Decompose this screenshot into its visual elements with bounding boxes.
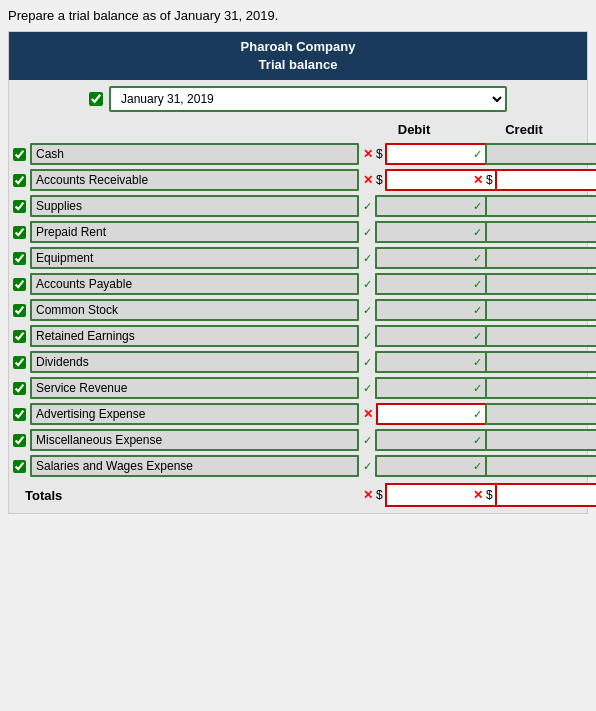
instruction: Prepare a trial balance as of January 31… <box>8 8 588 23</box>
date-row: January 31, 2019 <box>9 80 587 118</box>
credit-x-icon: ✕ <box>473 173 483 187</box>
credit-cell: ✓ <box>469 299 579 321</box>
account-input[interactable] <box>30 169 359 191</box>
date-checkbox[interactable] <box>89 92 103 106</box>
credit-check-icon: ✓ <box>473 434 482 447</box>
account-checkbox[interactable] <box>13 434 26 447</box>
credit-input[interactable] <box>485 247 596 269</box>
table-row: ✓✓ <box>9 271 587 297</box>
account-checkbox[interactable] <box>13 460 26 473</box>
debit-check-icon: ✓ <box>363 330 372 343</box>
debit-check-icon: ✓ <box>363 434 372 447</box>
account-cell <box>9 221 359 243</box>
debit-check-icon: ✓ <box>363 200 372 213</box>
account-checkbox[interactable] <box>13 330 26 343</box>
credit-dollar: $ <box>486 173 493 187</box>
account-input[interactable] <box>30 143 359 165</box>
credit-check-icon: ✓ <box>473 200 482 213</box>
credit-input[interactable] <box>485 299 596 321</box>
table-header: Pharoah Company Trial balance <box>9 32 587 80</box>
account-cell <box>9 143 359 165</box>
account-checkbox[interactable] <box>13 200 26 213</box>
account-input[interactable] <box>30 351 359 373</box>
credit-input[interactable] <box>485 273 596 295</box>
account-input[interactable] <box>30 247 359 269</box>
table-row: ✓✓ <box>9 427 587 453</box>
credit-input[interactable] <box>485 221 596 243</box>
account-checkbox[interactable] <box>13 304 26 317</box>
account-cell <box>9 403 359 425</box>
credit-input[interactable] <box>485 351 596 373</box>
credit-check-icon: ✓ <box>473 460 482 473</box>
debit-cell: ✓ <box>359 221 469 243</box>
debit-cell: ✓ <box>359 195 469 217</box>
debit-cell: ✓ <box>359 273 469 295</box>
account-cell <box>9 351 359 373</box>
credit-input[interactable] <box>485 143 596 165</box>
debit-cell: ✕ <box>359 403 469 425</box>
credit-check-icon: ✓ <box>473 408 482 421</box>
credit-check-icon: ✓ <box>473 252 482 265</box>
table-row: ✕$✓ <box>9 141 587 167</box>
debit-x-icon: ✕ <box>363 407 373 421</box>
totals-debit-cell: ✕ $ <box>359 483 469 507</box>
account-cell <box>9 195 359 217</box>
account-checkbox[interactable] <box>13 356 26 369</box>
totals-debit-dollar: $ <box>376 488 383 502</box>
account-input[interactable] <box>30 377 359 399</box>
table-row: ✓✓ <box>9 375 587 401</box>
credit-input[interactable] <box>485 403 596 425</box>
table-row: ✓✓ <box>9 349 587 375</box>
credit-cell: ✓ <box>469 273 579 295</box>
debit-cell: ✓ <box>359 325 469 347</box>
account-input[interactable] <box>30 299 359 321</box>
debit-x-icon: ✕ <box>363 147 373 161</box>
date-select[interactable]: January 31, 2019 <box>109 86 507 112</box>
account-checkbox[interactable] <box>13 226 26 239</box>
debit-dollar: $ <box>376 147 383 161</box>
debit-check-icon: ✓ <box>363 252 372 265</box>
debit-x-icon: ✕ <box>363 173 373 187</box>
credit-check-icon: ✓ <box>473 382 482 395</box>
account-checkbox[interactable] <box>13 278 26 291</box>
credit-check-icon: ✓ <box>473 304 482 317</box>
account-input[interactable] <box>30 273 359 295</box>
credit-input[interactable] <box>485 455 596 477</box>
credit-cell: ✓ <box>469 221 579 243</box>
credit-input[interactable] <box>495 169 596 191</box>
account-input[interactable] <box>30 429 359 451</box>
account-input[interactable] <box>30 455 359 477</box>
account-input[interactable] <box>30 221 359 243</box>
credit-input[interactable] <box>485 195 596 217</box>
table-row: ✓✓ <box>9 453 587 479</box>
account-checkbox[interactable] <box>13 174 26 187</box>
debit-cell: ✓ <box>359 455 469 477</box>
totals-credit-x-icon: ✕ <box>473 488 483 502</box>
account-checkbox[interactable] <box>13 382 26 395</box>
credit-input[interactable] <box>485 325 596 347</box>
account-checkbox[interactable] <box>13 252 26 265</box>
table-row: ✓✓ <box>9 193 587 219</box>
account-input[interactable] <box>30 325 359 347</box>
table-row: ✓✓ <box>9 323 587 349</box>
account-checkbox[interactable] <box>13 408 26 421</box>
account-input[interactable] <box>30 403 359 425</box>
table-row: ✕$✕$ <box>9 167 587 193</box>
table-row: ✓✓ <box>9 245 587 271</box>
credit-input[interactable] <box>485 377 596 399</box>
totals-credit-input[interactable] <box>495 483 596 507</box>
debit-check-icon: ✓ <box>363 304 372 317</box>
account-cell <box>9 429 359 451</box>
credit-check-icon: ✓ <box>473 148 482 161</box>
column-headers: Debit Credit <box>9 118 587 141</box>
debit-cell: ✓ <box>359 247 469 269</box>
company-name: Pharoah Company <box>13 38 583 56</box>
credit-cell: ✓ <box>469 143 579 165</box>
credit-input[interactable] <box>485 429 596 451</box>
account-cell <box>9 247 359 269</box>
account-checkbox[interactable] <box>13 148 26 161</box>
account-cell <box>9 377 359 399</box>
credit-check-icon: ✓ <box>473 356 482 369</box>
account-input[interactable] <box>30 195 359 217</box>
credit-check-icon: ✓ <box>473 278 482 291</box>
